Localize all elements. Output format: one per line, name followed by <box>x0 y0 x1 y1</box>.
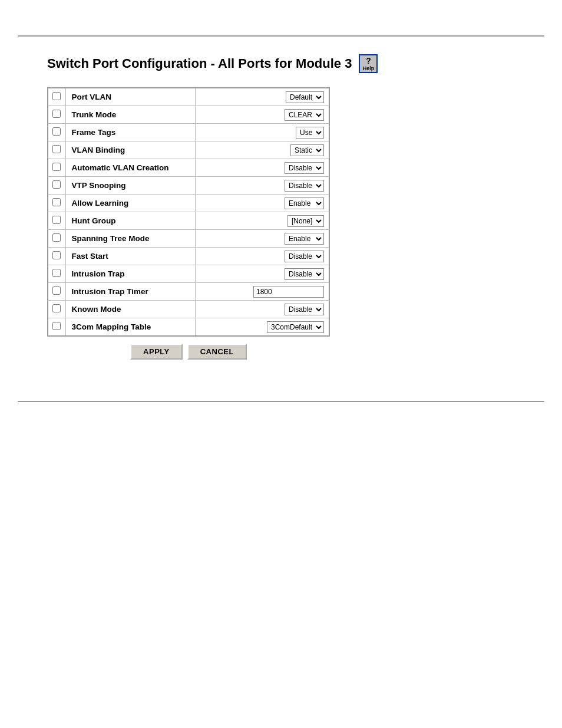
select-trunk-mode[interactable]: CLEAR <box>285 109 324 121</box>
control-cell-port-vlan: Default <box>195 88 329 106</box>
help-label: Help <box>363 65 375 71</box>
control-cell-vlan-binding: Static <box>195 141 329 159</box>
checkbox-intrusion-trap[interactable] <box>52 269 61 277</box>
control-cell-intrusion-trap: DisableEnable <box>195 265 329 283</box>
checkbox-port-vlan[interactable] <box>52 92 61 100</box>
select-spanning-tree-mode[interactable]: EnableDisable <box>285 233 324 245</box>
check-cell-intrusion-trap-timer <box>48 283 65 301</box>
page-title: Switch Port Configuration - All Ports fo… <box>47 56 352 71</box>
select-frame-tags[interactable]: Use <box>296 127 324 139</box>
select-auto-vlan-creation[interactable]: DisableEnable <box>285 162 324 174</box>
checkbox-spanning-tree-mode[interactable] <box>52 233 61 242</box>
select-vtp-snooping[interactable]: DisableEnable <box>285 180 324 192</box>
control-cell-trunk-mode: CLEAR <box>195 106 329 124</box>
table-row-known-mode: Known ModeDisableEnable <box>48 301 329 318</box>
label-hunt-group: Hunt Group <box>65 212 195 230</box>
select-hunt-group[interactable]: [None] <box>287 215 324 227</box>
select-allow-learning[interactable]: EnableDisable <box>285 197 324 209</box>
table-row-intrusion-trap-timer: Intrusion Trap Timer <box>48 283 329 301</box>
control-cell-intrusion-trap-timer <box>195 283 329 301</box>
control-cell-vtp-snooping: DisableEnable <box>195 177 329 195</box>
help-button[interactable]: ? Help <box>359 54 378 73</box>
checkbox-vlan-binding[interactable] <box>52 145 61 153</box>
control-cell-hunt-group: [None] <box>195 212 329 230</box>
label-intrusion-trap-timer: Intrusion Trap Timer <box>65 283 195 301</box>
check-cell-spanning-tree-mode <box>48 230 65 248</box>
checkbox-known-mode[interactable] <box>52 304 61 312</box>
table-row-auto-vlan-creation: Automatic VLAN CreationDisableEnable <box>48 159 329 177</box>
label-spanning-tree-mode: Spanning Tree Mode <box>65 230 195 248</box>
check-cell-vlan-binding <box>48 141 65 159</box>
label-auto-vlan-creation: Automatic VLAN Creation <box>65 159 195 177</box>
label-3com-mapping-table: 3Com Mapping Table <box>65 318 195 337</box>
check-cell-auto-vlan-creation <box>48 159 65 177</box>
check-cell-trunk-mode <box>48 106 65 124</box>
apply-button[interactable]: APPLY <box>130 344 183 360</box>
control-cell-3com-mapping-table: 3ComDefault <box>195 318 329 337</box>
select-known-mode[interactable]: DisableEnable <box>285 304 324 315</box>
cancel-button[interactable]: CANCEL <box>187 344 247 360</box>
table-row-port-vlan: Port VLANDefault <box>48 88 329 106</box>
page-title-row: Switch Port Configuration - All Ports fo… <box>47 54 515 73</box>
label-allow-learning: Allow Learning <box>65 195 195 212</box>
check-cell-port-vlan <box>48 88 65 106</box>
check-cell-intrusion-trap <box>48 265 65 283</box>
page-content: Switch Port Configuration - All Ports fo… <box>0 37 562 377</box>
label-trunk-mode: Trunk Mode <box>65 106 195 124</box>
control-cell-auto-vlan-creation: DisableEnable <box>195 159 329 177</box>
checkbox-auto-vlan-creation[interactable] <box>52 163 61 171</box>
table-row-allow-learning: Allow LearningEnableDisable <box>48 195 329 212</box>
control-cell-known-mode: DisableEnable <box>195 301 329 318</box>
checkbox-frame-tags[interactable] <box>52 127 61 136</box>
bottom-rule <box>18 401 544 402</box>
label-intrusion-trap: Intrusion Trap <box>65 265 195 283</box>
check-cell-hunt-group <box>48 212 65 230</box>
checkbox-fast-start[interactable] <box>52 251 61 259</box>
table-row-hunt-group: Hunt Group[None] <box>48 212 329 230</box>
check-cell-known-mode <box>48 301 65 318</box>
checkbox-vtp-snooping[interactable] <box>52 180 61 189</box>
label-fast-start: Fast Start <box>65 248 195 265</box>
select-intrusion-trap[interactable]: DisableEnable <box>285 268 324 280</box>
checkbox-intrusion-trap-timer[interactable] <box>52 286 61 295</box>
label-port-vlan: Port VLAN <box>65 88 195 106</box>
control-cell-fast-start: DisableEnable <box>195 248 329 265</box>
checkbox-allow-learning[interactable] <box>52 198 61 206</box>
check-cell-3com-mapping-table <box>48 318 65 337</box>
control-cell-frame-tags: Use <box>195 124 329 141</box>
select-fast-start[interactable]: DisableEnable <box>285 251 324 262</box>
button-row: APPLY CANCEL <box>47 344 330 360</box>
table-row-3com-mapping-table: 3Com Mapping Table3ComDefault <box>48 318 329 337</box>
check-cell-frame-tags <box>48 124 65 141</box>
label-vlan-binding: VLAN Binding <box>65 141 195 159</box>
select-3com-mapping-table[interactable]: 3ComDefault <box>267 321 324 333</box>
input-intrusion-trap-timer[interactable] <box>253 286 324 298</box>
checkbox-hunt-group[interactable] <box>52 216 61 224</box>
label-frame-tags: Frame Tags <box>65 124 195 141</box>
check-cell-allow-learning <box>48 195 65 212</box>
checkbox-trunk-mode[interactable] <box>52 110 61 118</box>
table-row-intrusion-trap: Intrusion TrapDisableEnable <box>48 265 329 283</box>
select-vlan-binding[interactable]: Static <box>290 144 324 156</box>
table-row-fast-start: Fast StartDisableEnable <box>48 248 329 265</box>
control-cell-allow-learning: EnableDisable <box>195 195 329 212</box>
label-known-mode: Known Mode <box>65 301 195 318</box>
checkbox-3com-mapping-table[interactable] <box>52 322 61 330</box>
help-q-mark: ? <box>366 56 371 65</box>
check-cell-fast-start <box>48 248 65 265</box>
table-row-trunk-mode: Trunk ModeCLEAR <box>48 106 329 124</box>
table-row-vtp-snooping: VTP SnoopingDisableEnable <box>48 177 329 195</box>
check-cell-vtp-snooping <box>48 177 65 195</box>
select-port-vlan[interactable]: Default <box>286 91 324 103</box>
config-table: Port VLANDefaultTrunk ModeCLEARFrame Tag… <box>47 87 330 337</box>
label-vtp-snooping: VTP Snooping <box>65 177 195 195</box>
table-row-spanning-tree-mode: Spanning Tree ModeEnableDisable <box>48 230 329 248</box>
table-row-frame-tags: Frame TagsUse <box>48 124 329 141</box>
control-cell-spanning-tree-mode: EnableDisable <box>195 230 329 248</box>
table-row-vlan-binding: VLAN BindingStatic <box>48 141 329 159</box>
